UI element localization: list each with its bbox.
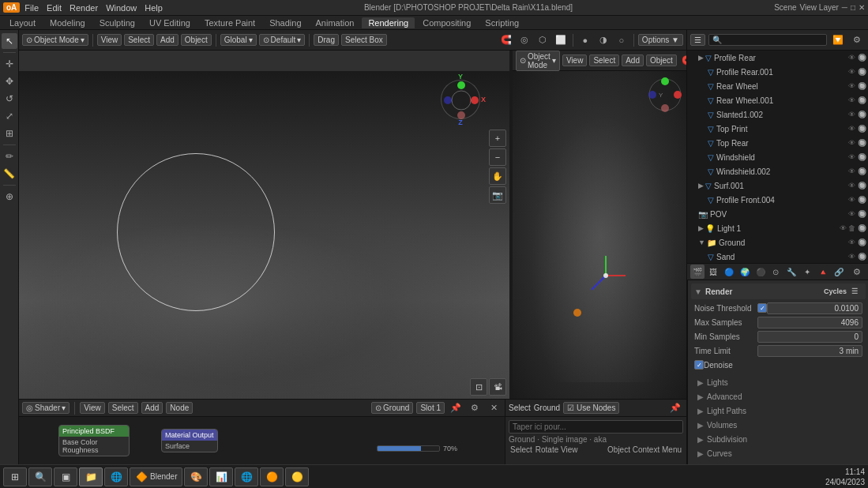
shader-pin-icon[interactable]: 📌 — [448, 400, 464, 416]
prop-object-icon[interactable]: ⊙ — [769, 265, 783, 279]
zoom-out-btn[interactable]: − — [489, 148, 506, 166]
outliner-filter-icon[interactable]: 🔽 — [830, 32, 846, 48]
menu-edit[interactable]: Edit — [47, 3, 62, 13]
camera-view-btn[interactable]: 📽 — [489, 378, 506, 396]
right-add-menu[interactable]: Add — [622, 54, 644, 66]
orientation-select[interactable]: Global ▾ — [220, 34, 257, 46]
menu-window[interactable]: Window — [106, 3, 137, 13]
solid-shading-icon[interactable]: ● — [577, 32, 593, 48]
select-label-bottom[interactable]: Select — [510, 445, 532, 454]
excel-btn[interactable]: 📊 — [209, 467, 233, 486]
pivot-select[interactable]: ⊙ Default ▾ — [259, 34, 306, 46]
right-object-menu[interactable]: Object — [646, 54, 677, 66]
outliner-item-top-print[interactable]: ▽ Top Print 👁 🔘 — [687, 122, 868, 136]
tab-shading[interactable]: Shading — [263, 17, 307, 28]
tab-modeling[interactable]: Modeling — [43, 17, 92, 28]
render-section-header[interactable]: ▼ Render Cycles ☰ — [691, 283, 866, 299]
lights-section-header[interactable]: ▶ Lights — [691, 375, 866, 389]
prop-settings-icon[interactable]: ⚙ — [849, 264, 865, 280]
right-object-mode-select[interactable]: ⊙ Object Mode ▾ — [516, 51, 560, 71]
shader-view-menu[interactable]: View — [80, 402, 105, 414]
photoshop-btn[interactable]: 🎨 — [184, 467, 208, 486]
prop-constraints-icon[interactable]: 🔗 — [832, 265, 846, 279]
prop-world-icon[interactable]: ⚫ — [753, 265, 768, 279]
tab-sculpting[interactable]: Sculpting — [93, 17, 141, 28]
frame-all-btn[interactable]: ⊡ — [470, 378, 487, 396]
bottom-pin-icon[interactable]: 📌 — [667, 400, 683, 416]
shader-settings-icon[interactable]: ⚙ — [467, 400, 483, 416]
light-paths-header[interactable]: ▶ Light Paths — [691, 404, 866, 418]
object-mode-select[interactable]: ⊙ Object Mode ▾ — [22, 34, 88, 46]
tab-animation[interactable]: Animation — [310, 17, 361, 28]
right-select-menu[interactable]: Select — [589, 54, 619, 66]
file-explorer-btn[interactable]: 📁 — [79, 467, 103, 486]
shader-close-icon[interactable]: ✕ — [486, 400, 502, 416]
options-dropdown[interactable]: Options ▼ — [638, 34, 683, 46]
shader-node-2[interactable]: Material Output Surface — [161, 429, 218, 452]
denoise-checkbox[interactable]: ✓ — [694, 360, 704, 370]
scale-tool[interactable]: ⤢ — [2, 108, 17, 124]
outliner-item-pov[interactable]: 📷 POV 👁 🔘 — [687, 207, 868, 221]
shader-slot-select[interactable]: Slot 1 — [416, 402, 445, 414]
minimize-btn[interactable]: ─ — [842, 3, 847, 12]
object-context-label[interactable]: Object Context Menu — [607, 445, 682, 454]
min-samples-value[interactable]: 0 — [757, 331, 862, 343]
cursor-tool[interactable]: ✛ — [2, 56, 17, 72]
transform-tool[interactable]: ⊞ — [2, 126, 17, 141]
tab-texture-paint[interactable]: Texture Paint — [198, 17, 261, 28]
add-menu[interactable]: Add — [156, 34, 178, 46]
outliner-item-profile-rear-001[interactable]: ▽ Profile Rear.001 👁 🔘 — [687, 65, 868, 79]
outliner-settings-icon[interactable]: ⚙ — [849, 32, 865, 48]
menu-help[interactable]: Help — [145, 3, 163, 13]
firefox-btn[interactable]: 🟠 — [260, 467, 284, 486]
move-tool[interactable]: ✥ — [2, 73, 17, 89]
shader-add-menu[interactable]: Add — [141, 402, 163, 414]
curves-header[interactable]: ▶ Curves — [691, 446, 866, 460]
right-view-menu[interactable]: View — [562, 54, 588, 66]
select-menu[interactable]: Select — [124, 34, 154, 46]
prop-particles-icon[interactable]: ✦ — [800, 265, 814, 279]
tab-rendering[interactable]: Rendering — [362, 17, 415, 28]
max-samples-value[interactable]: 4096 — [757, 317, 862, 328]
outliner-item-ground-collection[interactable]: ▼ 📁 Ground 👁 🔘 — [687, 235, 868, 250]
search-taskbar-btn[interactable]: 🔍 — [28, 467, 52, 486]
node-canvas[interactable]: Principled BSDF Base Color Roughness Mat… — [19, 417, 505, 468]
zoom-in-btn[interactable]: + — [489, 130, 506, 147]
material-preview-icon[interactable]: ◑ — [596, 32, 611, 48]
outliner-item-profile-front[interactable]: ▽ Profile Front.004 👁 🔘 — [687, 193, 868, 207]
prop-view-layer-icon[interactable]: 🔵 — [722, 265, 736, 279]
maximize-btn[interactable]: □ — [851, 3, 855, 12]
tab-layout[interactable]: Layout — [3, 17, 42, 28]
outliner-item-windshield-002[interactable]: ▽ Windshield.002 👁 🔘 — [687, 164, 868, 178]
outliner-item-top-rear[interactable]: ▽ Top Rear 👁 🔘 — [687, 136, 868, 150]
outliner-item-rear-wheel-001[interactable]: ▽ Rear Wheel.001 👁 🔘 — [687, 93, 868, 107]
outliner-item-light[interactable]: ▶ 💡 Light 1 👁 🗑 🔘 — [687, 221, 868, 235]
prop-output-icon[interactable]: 🖼 — [706, 265, 720, 279]
noise-threshold-checkbox[interactable]: ✓ — [757, 303, 767, 313]
xray-icon[interactable]: ⬜ — [553, 32, 569, 48]
outliner-item-rear-wheel[interactable]: ▽ Rear Wheel 👁 🔘 — [687, 79, 868, 93]
rendered-shading-icon[interactable]: ○ — [614, 32, 629, 48]
outliner-type-btn[interactable]: ☰ — [690, 34, 705, 46]
measure-tool[interactable]: 📏 — [2, 166, 17, 182]
viewport-3d-right[interactable]: ⊙ Object Mode ▾ View Select Add Object 🧲 — [513, 51, 686, 399]
rotate-view-label[interactable]: Rotate View — [535, 445, 578, 454]
bottom-search-input[interactable] — [509, 420, 683, 434]
menu-render[interactable]: Render — [70, 3, 98, 13]
right-nav-gizmo[interactable]: Y — [648, 77, 683, 114]
outliner-search-input[interactable] — [708, 34, 827, 46]
shader-node-1[interactable]: Principled BSDF Base Color Roughness — [58, 425, 130, 456]
advanced-section-header[interactable]: ▶ Advanced — [691, 389, 866, 404]
prop-modifier-icon[interactable]: 🔧 — [784, 265, 798, 279]
time-limit-value[interactable]: 3 min — [757, 345, 862, 357]
tab-uv-editing[interactable]: UV Editing — [143, 17, 197, 28]
volumes-header[interactable]: ▶ Volumes — [691, 418, 866, 432]
subdivision-header[interactable]: ▶ Subdivision — [691, 432, 866, 446]
outliner-item-surf-001[interactable]: ▶ ▽ Surf.001 👁 🔘 — [687, 178, 868, 193]
blender-taskbar-btn[interactable]: 🔶 Blender — [130, 467, 182, 486]
hand-pan-btn[interactable]: ✋ — [489, 167, 506, 185]
prop-render-icon[interactable]: 🎬 — [690, 265, 705, 279]
select-tool[interactable]: ↖ — [2, 33, 17, 49]
outliner-item-slanted[interactable]: ▽ Slanted1.002 👁 🔘 — [687, 107, 868, 122]
outliner-item-profile-rear[interactable]: ▶ ▽ Profile Rear 👁 🔘 — [687, 51, 868, 65]
